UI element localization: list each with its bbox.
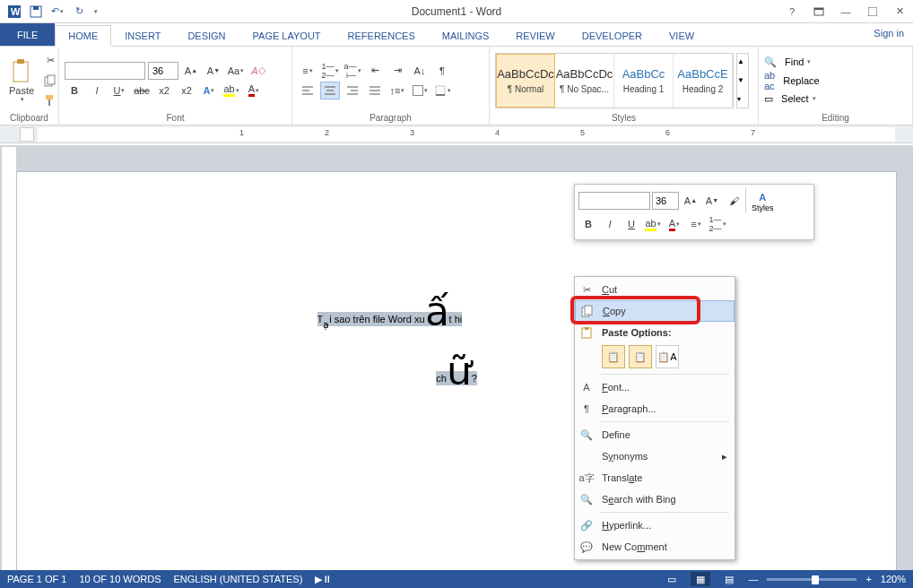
copy-button[interactable] <box>40 72 60 90</box>
mini-grow-font[interactable]: A▲ <box>681 192 700 210</box>
justify-button[interactable] <box>365 82 385 99</box>
cut-button[interactable]: ✂ <box>40 52 60 70</box>
cm-translate[interactable]: a字Translate <box>575 467 735 489</box>
replace-button[interactable]: abac Replace <box>764 70 820 91</box>
tab-developer[interactable]: DEVELOPER <box>569 25 656 46</box>
view-web-layout[interactable]: ▤ <box>719 572 739 586</box>
help-icon[interactable]: ? <box>778 0 805 22</box>
format-painter-button[interactable] <box>40 91 60 109</box>
qat-customize-icon[interactable]: ▾ <box>94 8 98 15</box>
view-read-mode[interactable]: ▭ <box>662 572 682 586</box>
align-right-button[interactable] <box>343 82 362 99</box>
text-effects-button[interactable]: A▾ <box>199 82 219 99</box>
ruler-horizontal[interactable]: 123 456 7 <box>0 125 913 143</box>
subscript-button[interactable]: x2 <box>154 82 174 99</box>
mini-font-name[interactable] <box>578 192 650 210</box>
mini-shrink-font[interactable]: A▼ <box>702 192 722 210</box>
italic-button[interactable]: I <box>87 82 107 99</box>
bullets-button[interactable]: ≡▾ <box>298 62 317 80</box>
styles-up-icon[interactable]: ▲ <box>737 57 744 65</box>
font-name-input[interactable] <box>65 62 145 80</box>
ribbon-options-icon[interactable] <box>805 0 832 22</box>
view-print-layout[interactable]: ▦ <box>691 572 710 586</box>
tab-page-layout[interactable]: PAGE LAYOUT <box>239 25 335 46</box>
paste-text-only[interactable]: 📋A <box>656 345 679 368</box>
multilevel-list-button[interactable]: a— i—▾ <box>343 62 362 80</box>
underline-button[interactable]: U▾ <box>109 82 129 99</box>
style-heading-2[interactable]: AaBbCcEHeading 2 <box>674 54 733 108</box>
paste-merge[interactable]: 📋 <box>629 345 652 368</box>
mini-underline[interactable]: U <box>622 215 641 233</box>
styles-gallery[interactable]: AaBbCcDc¶ Normal AaBbCcDc¶ No Spac... Aa… <box>495 53 734 108</box>
status-language[interactable]: ENGLISH (UNITED STATES) <box>174 574 303 584</box>
zoom-level[interactable]: 120% <box>881 574 906 584</box>
status-words[interactable]: 10 OF 10 WORDS <box>79 574 161 584</box>
find-button[interactable]: 🔍 Find▾ <box>764 56 811 68</box>
zoom-in[interactable]: + <box>865 574 871 584</box>
cm-paragraph[interactable]: ¶Paragraph... <box>575 398 735 419</box>
paste-keep-source[interactable]: 📋 <box>602 345 625 368</box>
bold-button[interactable]: B <box>65 82 84 99</box>
cm-new-comment[interactable]: 💬New Comment <box>575 536 735 558</box>
mini-styles-button[interactable]: A Styles <box>745 188 774 212</box>
cm-copy[interactable]: Copy <box>575 300 735 322</box>
status-page[interactable]: PAGE 1 OF 1 <box>7 574 66 584</box>
change-case-button[interactable]: Aa▾ <box>226 62 246 80</box>
decrease-indent-button[interactable]: ⇤ <box>365 62 385 80</box>
superscript-button[interactable]: x2 <box>177 82 196 99</box>
shading-button[interactable]: ▾ <box>410 82 430 99</box>
status-macro-icon[interactable]: ▶⏸ <box>315 574 332 585</box>
strikethrough-button[interactable]: abc <box>132 82 152 99</box>
mini-bold[interactable]: B <box>578 215 598 233</box>
style-no-spacing[interactable]: AaBbCcDc¶ No Spac... <box>555 54 614 108</box>
tab-home[interactable]: HOME <box>55 25 111 47</box>
mini-numbering[interactable]: 1—2—▾ <box>708 215 727 233</box>
highlight-button[interactable]: ab▾ <box>222 82 241 99</box>
redo-icon[interactable]: ↻ <box>72 4 86 19</box>
style-heading-1[interactable]: AaBbCcHeading 1 <box>614 54 674 108</box>
maximize-icon[interactable] <box>859 0 886 22</box>
tab-review[interactable]: REVIEW <box>502 25 568 46</box>
borders-button[interactable]: ▾ <box>432 82 452 99</box>
mini-highlight[interactable]: ab▾ <box>643 215 663 233</box>
mini-bullets[interactable]: ≡▾ <box>686 215 706 233</box>
ruler-vertical[interactable] <box>2 147 16 570</box>
align-left-button[interactable] <box>298 82 317 99</box>
zoom-out[interactable]: — <box>748 574 758 584</box>
line-spacing-button[interactable]: ↕≡▾ <box>387 82 407 99</box>
tab-insert[interactable]: INSERT <box>111 25 174 46</box>
paste-button[interactable]: Paste ▾ <box>5 56 38 105</box>
increase-indent-button[interactable]: ⇥ <box>387 62 407 80</box>
mini-font-size[interactable] <box>652 192 679 210</box>
minimize-icon[interactable]: — <box>832 0 859 22</box>
clear-formatting-button[interactable]: A◇ <box>248 62 268 80</box>
zoom-slider[interactable] <box>767 578 856 581</box>
sign-in-link[interactable]: Sign in <box>874 28 904 39</box>
mini-format-painter[interactable]: 🖌 <box>724 192 743 210</box>
save-icon[interactable] <box>29 4 43 19</box>
close-icon[interactable]: ✕ <box>886 0 913 22</box>
align-center-button[interactable] <box>320 82 340 99</box>
tab-design[interactable]: DESIGN <box>174 25 239 46</box>
styles-down-icon[interactable]: ▼ <box>737 76 744 84</box>
grow-font-button[interactable]: A▲ <box>181 62 201 80</box>
undo-icon[interactable]: ↶▾ <box>50 4 65 19</box>
tab-file[interactable]: FILE <box>0 23 55 46</box>
sort-button[interactable]: A↓ <box>410 62 430 80</box>
cm-hyperlink[interactable]: 🔗Hyperlink... <box>575 514 735 536</box>
tab-mailings[interactable]: MAILINGS <box>429 25 503 46</box>
mini-italic[interactable]: I <box>600 215 620 233</box>
cm-font[interactable]: AFont... <box>575 376 735 398</box>
tab-references[interactable]: REFERENCES <box>335 25 429 46</box>
font-size-input[interactable] <box>148 62 178 80</box>
cm-search-bing[interactable]: 🔍Search with Bing <box>575 489 735 510</box>
cm-synonyms[interactable]: Synonyms▸ <box>575 445 735 467</box>
select-button[interactable]: ▭ Select▾ <box>764 93 816 105</box>
cm-cut[interactable]: ✂Cut <box>575 279 735 300</box>
style-normal[interactable]: AaBbCcDc¶ Normal <box>496 54 555 108</box>
show-marks-button[interactable]: ¶ <box>432 62 452 80</box>
shrink-font-button[interactable]: A▼ <box>204 62 223 80</box>
numbering-button[interactable]: 1—2—▾ <box>320 62 340 80</box>
styles-more-icon[interactable]: ▾ <box>737 95 741 103</box>
font-color-button[interactable]: A▾ <box>244 82 264 99</box>
